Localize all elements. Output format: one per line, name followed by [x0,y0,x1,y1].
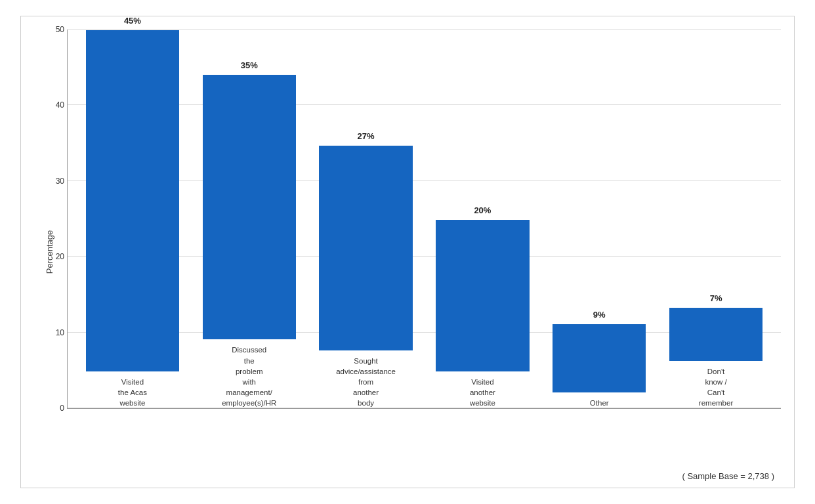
bar-label-other: 9% [593,310,606,320]
bar-other: 9% [553,324,646,392]
bar-group-visited-another: 20%Visitedanotherwebsite [424,30,541,408]
bar-label-discussed-problem: 35% [241,60,258,70]
y-tick-label: 0 [41,404,64,413]
bar-group-other: 9%Other [541,30,658,408]
bar-label-dont-know: 7% [710,293,722,303]
bar-group-sought-advice: 27%Soughtadvice/assistancefromanotherbod… [308,30,425,408]
bar-group-visited-acas: 45%Visitedthe Acaswebsite [74,30,191,408]
y-tick-label: 10 [41,328,64,337]
bar-dont-know: 7% [669,308,763,361]
x-label-visited-another: Visitedanotherwebsite [424,377,541,408]
bar-label-visited-another: 20% [474,205,491,215]
bar-group-discussed-problem: 35%Discussedtheproblemwithmanagement/emp… [191,30,308,408]
x-label-sought-advice: Soughtadvice/assistancefromanotherbody [308,356,425,408]
y-tick-label: 20 [41,252,64,261]
bar-label-visited-acas: 45% [124,16,141,26]
x-label-discussed-problem: Discussedtheproblemwithmanagement/employ… [191,345,308,408]
bar-discussed-problem: 35% [203,75,296,340]
bar-label-sought-advice: 27% [358,131,375,141]
sample-base: ( Sample Base = 2,738 ) [682,471,774,481]
x-label-dont-know: Don'tknow /Can'tremember [658,366,774,408]
bar-sought-advice: 27% [319,146,412,350]
bar-visited-acas: 45% [86,30,179,371]
bars-wrapper: 45%Visitedthe Acaswebsite35%Discussedthe… [68,30,781,408]
x-label-other: Other [541,398,658,408]
y-tick-label: 30 [41,177,64,186]
y-tick-label: 40 [41,100,64,110]
y-tick-label: 50 [41,25,64,34]
bar-visited-another: 20% [436,220,529,371]
bar-group-dont-know: 7%Don'tknow /Can'tremember [658,30,774,408]
chart-container: Percentage 01020304050 45%Visitedthe Aca… [20,16,795,488]
chart-area: 01020304050 45%Visitedthe Acaswebsite35%… [67,30,781,409]
x-label-visited-acas: Visitedthe Acaswebsite [74,377,191,408]
